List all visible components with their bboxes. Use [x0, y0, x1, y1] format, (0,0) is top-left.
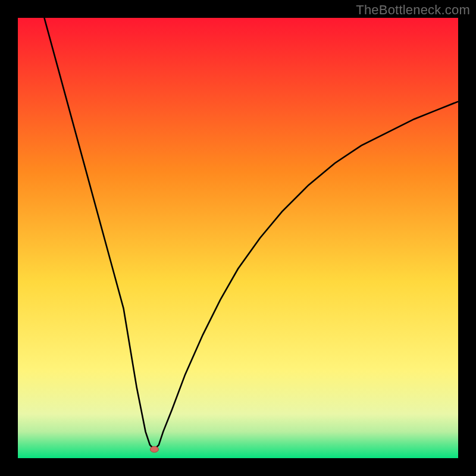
gradient-background — [18, 18, 458, 458]
minimum-marker — [150, 446, 158, 452]
watermark-text: TheBottleneck.com — [356, 2, 470, 18]
chart-svg — [18, 18, 458, 458]
plot-area — [18, 18, 458, 458]
chart-frame: TheBottleneck.com — [0, 0, 476, 476]
